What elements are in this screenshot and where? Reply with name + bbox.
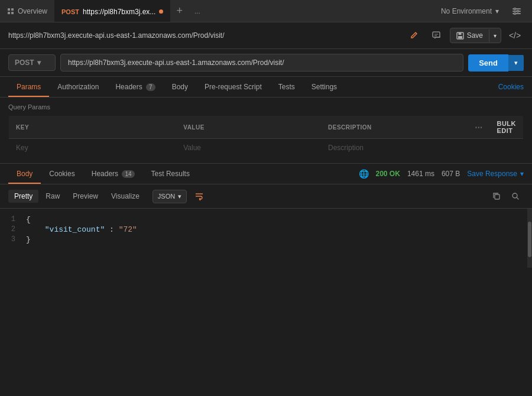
raw-label: Raw [46,192,60,200]
copy-button[interactable] [488,188,505,205]
tab-bar: Overview POST https://pl8h7bxm3j.ex... +… [0,0,532,22]
comment-button[interactable] [427,27,445,44]
query-params-section: Query Params KEY VALUE DESCRIPTION ⋯ Bul… [0,98,532,163]
wrap-lines-button[interactable] [192,189,207,204]
svg-rect-1 [11,8,14,11]
tabs-nav-right: Cookies [498,83,524,91]
fmt-preview[interactable]: Preview [67,190,104,203]
svg-rect-14 [458,33,461,35]
resp-tab-body[interactable]: Body [8,164,41,184]
address-bar-actions: Save ▾ </> [405,27,524,44]
send-button[interactable]: Send ▾ [468,54,524,72]
response-header: Body Cookies Headers 14 Test Results 🌐 2… [0,163,532,184]
query-params-title: Query Params [8,103,524,111]
svg-point-9 [514,12,516,14]
tab-params[interactable]: Params [8,77,49,97]
search-button[interactable] [507,188,524,205]
fmt-visualize[interactable]: Visualize [105,190,145,203]
chevron-down-icon: ▾ [495,7,499,15]
save-icon [456,32,464,40]
line-content-3: } [24,235,532,244]
tab-pre-request[interactable]: Pre-request Script [196,77,270,97]
vertical-scrollbar[interactable] [527,209,532,268]
visualize-label: Visualize [111,192,140,200]
save-button-label: Save [467,31,483,40]
globe-icon: 🌐 [359,169,369,178]
request-tabs-nav: Params Authorization Headers 7 Body Pre-… [0,77,532,98]
bulk-edit-header[interactable]: Bulk Edit [489,116,523,139]
tab-overview[interactable]: Overview [0,0,54,22]
status-code: 200 OK [376,170,400,178]
tab-modified-dot [159,9,163,14]
tab-tests[interactable]: Tests [270,77,303,97]
method-label: POST [15,59,34,67]
scrollbar-thumb[interactable] [528,222,531,257]
environment-selector[interactable]: No Environment ▾ [436,5,504,18]
copy-icon [492,192,501,200]
response-time: 1461 ms [407,170,434,178]
tab-body[interactable]: Body [164,77,196,97]
headers-tab-label: Headers [115,83,142,91]
settings-icon-button[interactable] [508,3,525,20]
tab-url: https://pl8h7bxm3j.ex... [83,8,155,16]
tests-tab-label: Tests [278,83,295,91]
description-cell[interactable]: Description [321,139,468,157]
svg-line-18 [517,197,519,200]
value-cell[interactable]: Value [176,139,321,157]
tab-add-button[interactable]: + [170,5,189,17]
cookies-link[interactable]: Cookies [498,83,524,91]
method-selector[interactable]: POST ▾ [8,54,56,71]
params-table: KEY VALUE DESCRIPTION ⋯ Bulk Edit Ke [8,115,524,157]
svg-point-8 [517,10,519,12]
environment-label: No Environment [441,7,492,15]
response-body: 1 { 2 "visit_count" : "72" 3 } [0,209,532,268]
tab-more-button[interactable]: ... [189,7,206,15]
headers-badge: 7 [146,83,155,91]
add-tab-icon: + [176,5,183,17]
fmt-pretty[interactable]: Pretty [8,190,38,203]
resp-tab-test-results[interactable]: Test Results [143,164,198,184]
bulk-edit-label[interactable]: Bulk Edit [497,120,516,134]
key-cell[interactable]: Key [9,139,177,157]
pretty-label: Pretty [14,192,33,200]
settings-icon [512,7,521,16]
line-content-2: "visit_count" : "72" [24,225,532,234]
send-dropdown-arrow[interactable]: ▾ [508,55,524,71]
code-button[interactable]: </> [506,27,524,44]
code-area[interactable]: 1 { 2 "visit_count" : "72" 3 } [0,209,532,268]
tab-method: POST [61,8,79,15]
code-line-1: 1 { [0,215,532,225]
save-response-button[interactable]: Save Response ▾ [467,170,524,178]
svg-rect-3 [11,12,14,14]
save-button-main[interactable]: Save [450,28,489,43]
response-tabs: Body Cookies Headers 14 Test Results [8,164,198,184]
tab-settings[interactable]: Settings [303,77,345,97]
code-line-3: 3 } [0,235,532,245]
full-url-display: https://pl8h7bxm3j.execute-api.us-east-1… [8,31,399,40]
params-tab-label: Params [17,83,41,91]
language-selector[interactable]: JSON ▾ [153,190,187,203]
svg-rect-15 [458,36,462,38]
value-column-header: VALUE [176,116,321,139]
response-meta: 🌐 200 OK 1461 ms 607 B Save Response ▾ [359,169,524,178]
tab-bar-right: No Environment ▾ [436,3,532,20]
tab-post-request[interactable]: POST https://pl8h7bxm3j.ex... [54,0,170,22]
line-content-1: { [24,215,532,224]
resp-tab-headers[interactable]: Headers 14 [83,164,143,184]
save-button[interactable]: Save ▾ [450,28,501,43]
line-number-2: 2 [0,225,24,233]
resp-tab-cookies[interactable]: Cookies [41,164,83,184]
svg-point-17 [512,193,517,198]
url-input[interactable] [60,54,463,72]
edit-button[interactable] [405,27,423,44]
settings-tab-label: Settings [312,83,337,91]
fmt-raw[interactable]: Raw [40,190,66,203]
resp-test-results-label: Test Results [151,170,190,178]
overview-tab-label: Overview [18,7,47,15]
save-dropdown-arrow[interactable]: ▾ [489,30,501,42]
response-toolbar: Pretty Raw Preview Visualize JSON ▾ [0,184,532,209]
tab-headers[interactable]: Headers 7 [107,77,163,97]
tab-authorization[interactable]: Authorization [49,77,107,97]
actions-column-header: ⋯ [468,116,490,139]
overview-icon [7,8,14,15]
